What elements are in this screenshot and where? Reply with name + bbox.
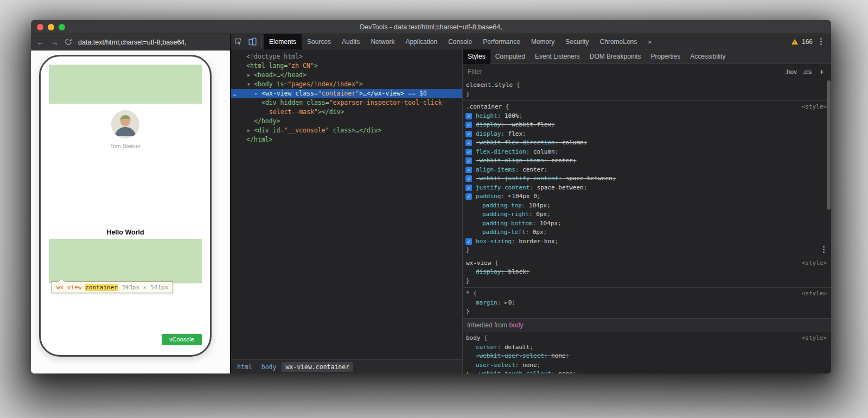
shorthand-expand-icon[interactable]: ▶	[505, 300, 507, 305]
css-property[interactable]: cursor: default;	[463, 343, 831, 352]
css-property[interactable]: ✓-webkit-align-items: center;	[463, 156, 831, 166]
breadcrumb-html[interactable]: html	[233, 362, 256, 372]
css-rule: .container {<style>✓height: 100%;✓displa…	[463, 101, 831, 257]
css-property[interactable]: padding-right: 0px;	[463, 210, 831, 219]
new-style-rule-button[interactable]: +	[817, 67, 826, 76]
property-toggle-checkbox[interactable]: ✓	[465, 185, 472, 191]
tab-console[interactable]: Console	[443, 34, 477, 49]
dom-tree-row[interactable]: …▶<wx-view class="container">…</wx-view>…	[231, 89, 462, 98]
sidebar-tab-event-listeners[interactable]: Event Listeners	[530, 49, 585, 64]
rule-selector[interactable]: element.style	[466, 81, 513, 88]
property-toggle-checkbox[interactable]: ✓	[465, 113, 472, 119]
dom-tree-row[interactable]: <!doctype html>	[231, 52, 462, 61]
tab-security[interactable]: Security	[560, 34, 594, 49]
style-origin-link[interactable]: <style>	[802, 259, 827, 268]
dom-tree-row[interactable]: ▼<body is="pages/index/index">	[231, 80, 462, 89]
css-property[interactable]: -webkit-user-select: none;	[463, 352, 831, 361]
shorthand-expand-icon[interactable]: ▼	[508, 194, 511, 199]
dom-tree-row[interactable]: <div hidden class="exparser-inspector-to…	[231, 98, 462, 107]
breadcrumb-body[interactable]: body	[258, 362, 280, 372]
inherited-node-link[interactable]: body	[509, 321, 523, 329]
forward-icon[interactable]: →	[50, 38, 59, 46]
css-property[interactable]: padding-top: 104px;	[463, 201, 831, 211]
devtools-menu-kebab-icon[interactable]	[820, 41, 822, 42]
css-property[interactable]: margin: ▶0;	[463, 299, 831, 308]
css-property[interactable]: ✓height: 100%;	[463, 112, 831, 121]
css-property[interactable]: ✓-webkit-justify-content: space-between;	[463, 174, 831, 183]
device-screen[interactable]: Tom Steiner Hello World wx-viewcontainer…	[49, 65, 202, 345]
css-property[interactable]: ✓box-sizing: border-box;	[463, 237, 831, 246]
style-origin-link[interactable]: <style>	[802, 334, 827, 343]
expand-arrow-icon[interactable]: ▶	[247, 126, 254, 135]
property-toggle-checkbox[interactable]: ✓	[465, 131, 472, 137]
rule-options-kebab-icon[interactable]	[823, 249, 825, 250]
tab-application[interactable]: Application	[400, 34, 443, 49]
rule-selector[interactable]: body	[466, 334, 481, 341]
zoom-window-button[interactable]	[59, 24, 65, 30]
tab-network[interactable]: Network	[365, 34, 400, 49]
reload-icon[interactable]	[65, 38, 72, 47]
minimize-window-button[interactable]	[48, 24, 54, 30]
toggle-class-cls-button[interactable]: .cls	[802, 68, 812, 75]
style-origin-link[interactable]: <style>	[802, 289, 827, 299]
property-toggle-checkbox[interactable]: ✓	[465, 167, 472, 173]
close-window-button[interactable]	[37, 24, 43, 30]
window-titlebar[interactable]: DevTools - data:text/html;charset=utf-8;…	[31, 20, 831, 34]
sidebar-tab-styles[interactable]: Styles	[463, 49, 490, 64]
property-toggle-checkbox[interactable]: ✓	[465, 149, 472, 155]
address-bar[interactable]: data:text/html;charset=utf-8;base64,	[78, 39, 187, 46]
sidebar-tab-accessibility[interactable]: Accessibility	[685, 49, 730, 64]
expand-arrow-icon[interactable]: ▶	[247, 71, 254, 80]
property-toggle-checkbox[interactable]: ✓	[465, 175, 472, 182]
css-property[interactable]: user-select: none;	[463, 361, 831, 370]
dom-tree-row[interactable]: ▶<head>…</head>	[231, 71, 462, 80]
tab-chromelens[interactable]: ChromeLens	[595, 34, 643, 49]
rule-selector[interactable]: *	[466, 290, 470, 297]
property-toggle-checkbox[interactable]: ✓	[465, 140, 472, 146]
rule-selector[interactable]: wx-view	[466, 259, 491, 267]
dom-tree-row[interactable]: select--mask"></div>	[231, 107, 462, 117]
property-toggle-checkbox[interactable]: ✓	[465, 157, 472, 164]
property-toggle-checkbox[interactable]: ✓	[465, 122, 472, 128]
css-property[interactable]: -webkit-touch-callout: none;	[463, 370, 831, 373]
expand-arrow-icon[interactable]: ▶	[255, 89, 261, 98]
css-property[interactable]: ✓padding: ▼104px 0;	[463, 192, 831, 201]
rule-selector[interactable]: .container	[466, 103, 502, 110]
css-property[interactable]: padding-bottom: 104px;	[463, 219, 831, 229]
css-property[interactable]: ✓align-items: center;	[463, 166, 831, 175]
dom-tree-row[interactable]: <html lang="zh-CN">	[231, 61, 462, 71]
css-property[interactable]: ✓display: -webkit-flex;	[463, 121, 831, 130]
styles-filter-input[interactable]	[468, 68, 780, 75]
device-toolbar-icon[interactable]	[245, 34, 260, 49]
breadcrumb-wx-view-container[interactable]: wx-view.container	[282, 362, 353, 372]
inspect-element-icon[interactable]	[231, 34, 245, 49]
tab-memory[interactable]: Memory	[526, 34, 560, 49]
warning-icon[interactable]	[792, 39, 798, 45]
warning-count[interactable]: 166	[802, 38, 813, 46]
vconsole-button[interactable]: vConsole	[162, 334, 202, 345]
sidebar-tab-dom-breakpoints[interactable]: DOM Breakpoints	[585, 49, 646, 64]
more-tabs-button[interactable]: »	[642, 34, 657, 49]
css-property[interactable]: display: block;	[463, 268, 831, 277]
property-toggle-checkbox[interactable]: ✓	[465, 238, 472, 245]
css-property[interactable]: ✓justify-content: space-between;	[463, 183, 831, 193]
css-property[interactable]: ✓display: flex;	[463, 130, 831, 139]
tab-audits[interactable]: Audits	[336, 34, 365, 49]
property-toggle-checkbox[interactable]: ✓	[465, 193, 472, 200]
css-property[interactable]: ✓-webkit-flex-direction: column;	[463, 138, 831, 148]
toggle-pseudo-hov-button[interactable]: :hov	[785, 68, 797, 75]
dom-tree-row[interactable]: </html>	[231, 135, 462, 144]
css-property[interactable]: padding-left: 0px;	[463, 228, 831, 237]
tab-sources[interactable]: Sources	[302, 34, 336, 49]
sidebar-tab-properties[interactable]: Properties	[646, 49, 685, 64]
styles-scrollbar-thumb[interactable]	[827, 80, 831, 210]
sidebar-tab-computed[interactable]: Computed	[490, 49, 530, 64]
back-icon[interactable]: ←	[36, 38, 44, 46]
style-origin-link[interactable]: <style>	[802, 103, 827, 112]
expand-arrow-icon[interactable]: ▼	[247, 80, 254, 89]
tab-elements[interactable]: Elements	[264, 34, 302, 49]
dom-tree-row[interactable]: ▶<div id="__vconsole" class>…</div>	[231, 126, 462, 135]
css-property[interactable]: ✓flex-direction: column;	[463, 148, 831, 157]
tab-performance[interactable]: Performance	[477, 34, 526, 49]
dom-tree-row[interactable]: </body>	[231, 117, 462, 126]
